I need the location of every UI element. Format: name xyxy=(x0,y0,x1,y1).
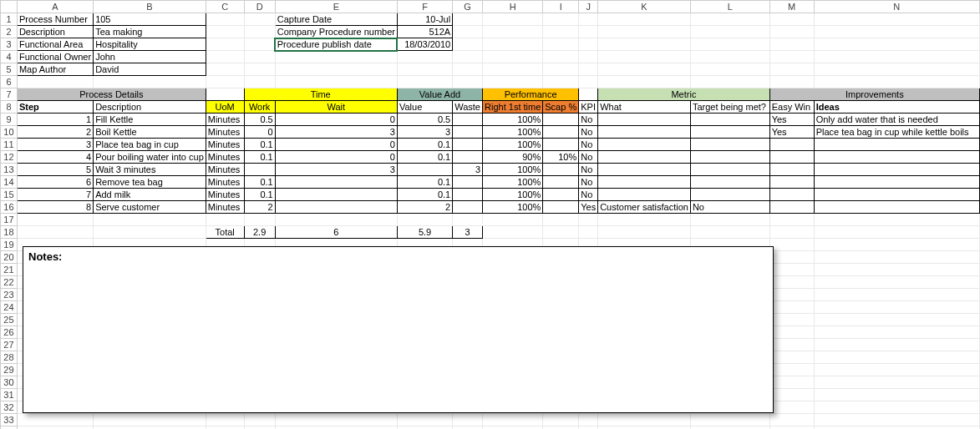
cell[interactable] xyxy=(598,226,691,239)
step-uom[interactable]: Minutes xyxy=(206,164,244,176)
step-target[interactable] xyxy=(690,114,769,126)
step-ideas[interactable] xyxy=(814,139,979,151)
step-value[interactable]: 0.1 xyxy=(397,176,452,189)
meta-value[interactable]: 10-Jul xyxy=(397,13,452,26)
h-wait[interactable]: Wait xyxy=(275,101,397,114)
step-desc[interactable]: Serve customer xyxy=(94,201,206,214)
cell[interactable] xyxy=(690,63,769,76)
cell[interactable] xyxy=(814,376,979,389)
cell[interactable] xyxy=(244,414,275,426)
step-desc[interactable]: Fill Kettle xyxy=(94,114,206,126)
row-header-24[interactable]: 24 xyxy=(1,301,18,314)
h-target[interactable]: Target being met? xyxy=(690,101,769,114)
step-what[interactable] xyxy=(598,164,691,176)
cell[interactable] xyxy=(244,63,275,76)
step-right[interactable]: 100% xyxy=(483,139,543,151)
group-perf[interactable]: Performance xyxy=(483,88,579,101)
cell[interactable] xyxy=(769,314,814,326)
cell[interactable] xyxy=(244,13,275,26)
cell[interactable] xyxy=(769,389,814,401)
step-uom[interactable]: Minutes xyxy=(206,139,244,151)
group-process[interactable]: Process Details xyxy=(17,88,206,101)
cell[interactable] xyxy=(814,214,979,226)
cell[interactable] xyxy=(94,426,206,430)
cell[interactable] xyxy=(598,426,691,430)
meta-label[interactable]: Company Procedure number xyxy=(275,26,397,38)
cell[interactable] xyxy=(598,63,691,76)
cell[interactable] xyxy=(397,76,452,88)
cell[interactable] xyxy=(690,226,769,239)
step-waste[interactable] xyxy=(453,114,483,126)
step-n[interactable]: 8 xyxy=(17,201,93,214)
cell[interactable] xyxy=(769,289,814,301)
step-easy[interactable]: Yes xyxy=(769,126,814,139)
col-header-J[interactable]: J xyxy=(579,1,598,13)
step-what[interactable] xyxy=(598,139,691,151)
cell[interactable] xyxy=(94,414,206,426)
cell[interactable] xyxy=(769,239,814,251)
step-kpi[interactable]: No xyxy=(579,189,598,201)
step-waste[interactable] xyxy=(453,176,483,189)
cell[interactable] xyxy=(453,414,483,426)
row-header-7[interactable]: 7 xyxy=(1,88,18,101)
cell[interactable] xyxy=(453,76,483,88)
cell[interactable] xyxy=(206,426,244,430)
step-scap[interactable]: 10% xyxy=(543,151,579,164)
step-kpi[interactable]: No xyxy=(579,126,598,139)
cell[interactable] xyxy=(690,214,769,226)
h-right[interactable]: Right 1st time xyxy=(483,101,543,114)
step-right[interactable]: 90% xyxy=(483,151,543,164)
row-header-34[interactable]: 34 xyxy=(1,426,18,430)
step-right[interactable]: 100% xyxy=(483,176,543,189)
h-scap[interactable]: Scap % xyxy=(543,101,579,114)
row-header-21[interactable]: 21 xyxy=(1,264,18,276)
row-header-29[interactable]: 29 xyxy=(1,364,18,376)
cell[interactable] xyxy=(483,414,543,426)
cell[interactable] xyxy=(769,26,814,38)
cell[interactable] xyxy=(94,76,206,88)
step-waste[interactable] xyxy=(453,139,483,151)
cell[interactable] xyxy=(206,26,244,38)
cell[interactable] xyxy=(397,426,452,430)
cell[interactable] xyxy=(814,414,979,426)
cell[interactable] xyxy=(769,376,814,389)
cell[interactable] xyxy=(453,26,483,38)
cell[interactable] xyxy=(579,414,598,426)
cell[interactable] xyxy=(579,214,598,226)
step-ideas[interactable] xyxy=(814,201,979,214)
step-ideas[interactable]: Place tea bag in cup while kettle boils xyxy=(814,126,979,139)
col-header-I[interactable]: I xyxy=(543,1,579,13)
cell[interactable] xyxy=(453,13,483,26)
step-ideas[interactable] xyxy=(814,189,979,201)
row-header-18[interactable]: 18 xyxy=(1,226,18,239)
step-right[interactable]: 100% xyxy=(483,114,543,126)
step-value[interactable]: 2 xyxy=(397,201,452,214)
cell[interactable] xyxy=(244,38,275,51)
total-work[interactable]: 2.9 xyxy=(244,226,275,239)
cell[interactable] xyxy=(769,414,814,426)
step-uom[interactable]: Minutes xyxy=(206,176,244,189)
cell[interactable] xyxy=(814,264,979,276)
cell[interactable] xyxy=(206,214,244,226)
step-ideas[interactable] xyxy=(814,176,979,189)
cell[interactable] xyxy=(206,51,244,63)
cell[interactable] xyxy=(275,63,397,76)
row-header-25[interactable]: 25 xyxy=(1,314,18,326)
step-waste[interactable] xyxy=(453,189,483,201)
row-header-4[interactable]: 4 xyxy=(1,51,18,63)
cell[interactable] xyxy=(769,51,814,63)
cell[interactable] xyxy=(598,26,691,38)
cell[interactable] xyxy=(769,339,814,351)
row-header-11[interactable]: 11 xyxy=(1,139,18,151)
row-header-19[interactable]: 19 xyxy=(1,239,18,251)
meta-value[interactable]: Tea making xyxy=(94,26,206,38)
step-uom[interactable]: Minutes xyxy=(206,126,244,139)
cell[interactable] xyxy=(244,426,275,430)
step-target[interactable] xyxy=(690,164,769,176)
total-label[interactable]: Total xyxy=(206,226,244,239)
step-value[interactable]: 0.1 xyxy=(397,151,452,164)
step-n[interactable]: 7 xyxy=(17,189,93,201)
step-uom[interactable]: Minutes xyxy=(206,114,244,126)
meta-value[interactable]: 512A xyxy=(397,26,452,38)
cell[interactable] xyxy=(690,13,769,26)
